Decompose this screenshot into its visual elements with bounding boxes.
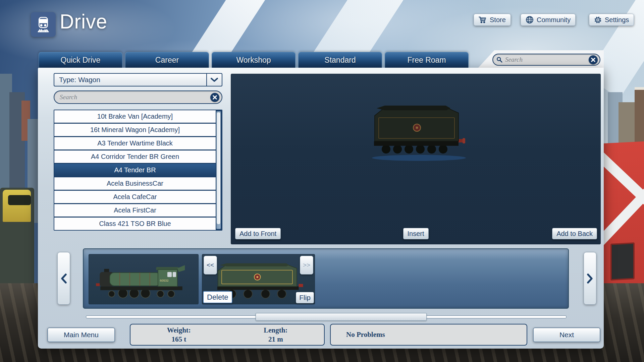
locomotive-thumbnail: 60532 — [93, 256, 194, 303]
consist-editor-panel: Type: Wagon Search 10t Brake Van [Academ… — [38, 68, 604, 349]
wagon-list-item-label: A3 Tender Wartime Black — [97, 139, 173, 147]
wagon-list-item-label: Acela FirstCar — [114, 206, 156, 214]
wagon-list-item[interactable]: A3 Tender Wartime Black — [54, 137, 216, 149]
weight-label: Weight: — [167, 326, 191, 335]
tab[interactable]: Standard — [298, 52, 382, 68]
wagon-search-box[interactable]: Search — [54, 90, 222, 104]
cart-icon — [479, 16, 487, 23]
train-logo-icon — [34, 15, 52, 34]
clear-search-button[interactable] — [210, 93, 219, 102]
wagon-list-item[interactable]: A4 Tender BR — [54, 164, 216, 176]
page-title: Drive — [60, 9, 107, 33]
add-to-back-label: Add to Back — [556, 230, 593, 238]
wagon-list-item[interactable]: A4 Corridor Tender BR Green — [54, 150, 216, 163]
preview-tender-image — [363, 98, 475, 165]
consist-slot-locomotive[interactable]: 60532 — [89, 254, 199, 304]
move-vehicle-right-button[interactable]: >> — [300, 256, 313, 275]
list-scrollbar-thumb[interactable] — [216, 112, 221, 225]
status-text: No Problems — [346, 330, 385, 339]
wagon-list-item-label: 10t Brake Van [Academy] — [97, 113, 173, 120]
wagon-list-item-label: Acela CafeCar — [113, 193, 157, 201]
wagon-list: 10t Brake Van [Academy] 16t Mineral Wago… — [54, 110, 222, 231]
community-button[interactable]: Community — [521, 14, 576, 26]
wagon-list-item[interactable]: Acela CafeCar — [54, 191, 216, 203]
wagon-list-item[interactable]: Acela BusinessCar — [54, 177, 216, 190]
type-filter-value: Type: Wagon — [54, 76, 206, 84]
close-icon — [213, 95, 217, 100]
main-menu-label: Main Menu — [64, 331, 99, 339]
wagon-list-item-label: 16t Mineral Wagon [Academy] — [90, 126, 180, 134]
store-button-label: Store — [490, 16, 506, 24]
dropdown-chevron-zone[interactable] — [206, 74, 222, 86]
globe-icon — [526, 16, 534, 24]
community-button-label: Community — [537, 16, 571, 24]
move-left-label: << — [207, 261, 214, 269]
consist-stats-panel: Weight: 165 t Length: 21 m — [130, 324, 325, 346]
locomotive-number: 60532 — [160, 279, 169, 282]
wagon-list-item[interactable]: 10t Brake Van [Academy] — [54, 110, 216, 123]
wagon-list-item-label: Class 421 TSO BR Blue — [99, 220, 171, 228]
weight-value: 165 t — [171, 335, 186, 344]
consist-slot-tender[interactable]: << >> Delete Flip — [202, 254, 315, 304]
wagon-list-item-label: A4 Corridor Tender BR Green — [91, 153, 179, 161]
chevron-right-icon — [586, 273, 594, 285]
wagon-list-item-label: Acela BusinessCar — [107, 180, 163, 187]
vehicle-preview-panel: Add to Front Insert Add to Back — [231, 74, 601, 244]
tab-label: Free Roam — [407, 56, 446, 65]
wagon-list-item[interactable]: Class 421 TSO BR Blue — [54, 218, 216, 230]
consist-scrollbar-thumb[interactable] — [256, 313, 427, 321]
building — [635, 87, 644, 144]
store-button[interactable]: Store — [474, 14, 511, 26]
insert-label: Insert — [407, 230, 424, 238]
move-right-label: >> — [303, 261, 310, 269]
move-vehicle-left-button[interactable]: << — [204, 256, 217, 275]
weight-stat: Weight: 165 t — [130, 324, 227, 345]
gear-icon — [594, 16, 602, 24]
wagon-list-item[interactable]: Acela FirstCar — [54, 204, 216, 217]
tab[interactable]: Free Roam — [385, 52, 469, 68]
screen: Drive Store Community Settings — [0, 0, 644, 362]
background-train-left — [0, 188, 34, 298]
delete-vehicle-button[interactable]: Delete — [203, 291, 232, 303]
add-to-front-button[interactable]: Add to Front — [235, 228, 281, 239]
clear-search-button[interactable] — [589, 55, 598, 64]
train-windshield — [8, 195, 31, 205]
train-stripe — [601, 188, 644, 247]
next-button[interactable]: Next — [533, 327, 600, 342]
add-to-back-button[interactable]: Add to Back — [552, 228, 597, 239]
length-label: Length: — [264, 326, 287, 335]
tab-label: Standard — [324, 56, 356, 65]
consist-strip: 60532 — [83, 248, 569, 309]
delete-label: Delete — [207, 293, 228, 302]
chevron-down-icon — [210, 77, 218, 82]
tab[interactable]: Quick Drive — [39, 52, 122, 68]
scroll-consist-right-button[interactable] — [584, 252, 596, 305]
scroll-consist-left-button[interactable] — [57, 252, 70, 305]
main-menu-button[interactable]: Main Menu — [47, 327, 115, 342]
wagon-list-item[interactable]: 16t Mineral Wagon [Academy] — [54, 124, 216, 136]
search-icon — [496, 57, 502, 63]
settings-button-label: Settings — [605, 16, 629, 24]
list-scrollbar[interactable] — [216, 111, 221, 229]
tab-label: Quick Drive — [61, 56, 101, 65]
train-front — [3, 190, 31, 222]
tab-label: Career — [155, 56, 179, 65]
length-value: 21 m — [268, 335, 283, 344]
train-window — [610, 242, 635, 281]
tab[interactable]: Career — [125, 52, 209, 68]
status-panel: No Problems — [330, 324, 527, 346]
chevron-left-icon — [59, 273, 68, 285]
flip-label: Flip — [299, 294, 311, 302]
type-filter-dropdown[interactable]: Type: Wagon — [54, 73, 222, 86]
app-logo — [31, 12, 56, 37]
next-label: Next — [559, 331, 574, 339]
insert-button[interactable]: Insert — [403, 228, 428, 239]
settings-button[interactable]: Settings — [589, 14, 634, 26]
wagon-list-item-label: A4 Tender BR — [114, 166, 156, 174]
search-placeholder: Search — [60, 94, 210, 101]
close-icon — [591, 58, 595, 62]
tab[interactable]: Workshop — [212, 52, 296, 68]
add-to-front-label: Add to Front — [239, 230, 276, 238]
top-search-box[interactable]: Search — [492, 54, 600, 66]
flip-vehicle-button[interactable]: Flip — [296, 292, 314, 303]
